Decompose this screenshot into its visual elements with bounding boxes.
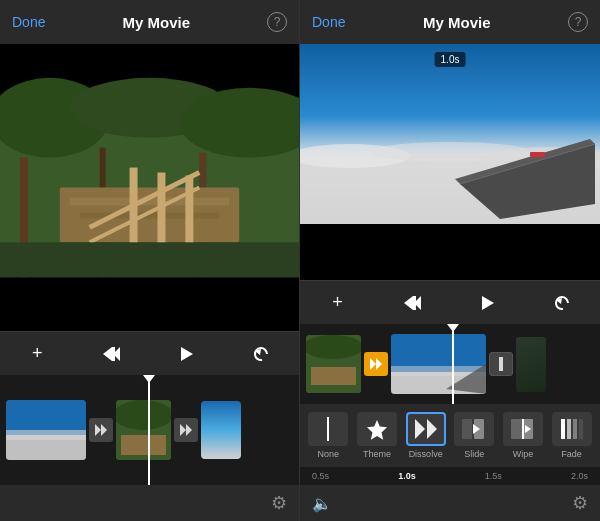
left-rewind-button[interactable]	[94, 336, 130, 372]
left-transition-2[interactable]	[174, 418, 198, 442]
left-help-button[interactable]: ?	[267, 12, 287, 32]
left-clip-river[interactable]	[116, 400, 171, 460]
svg-rect-66	[579, 419, 583, 439]
transition-wipe[interactable]: Wipe	[503, 412, 543, 459]
svg-marker-24	[95, 424, 101, 436]
svg-rect-64	[567, 419, 571, 439]
right-transition-2[interactable]	[489, 352, 513, 376]
svg-rect-52	[327, 417, 329, 441]
none-label: None	[318, 449, 340, 459]
slide-label: Slide	[464, 449, 484, 459]
svg-marker-47	[376, 358, 382, 370]
svg-marker-55	[427, 419, 437, 439]
left-clip-sky[interactable]	[6, 400, 86, 460]
left-toolbar: +	[0, 331, 299, 375]
svg-rect-23	[6, 430, 86, 440]
svg-point-44	[306, 335, 361, 359]
svg-rect-37	[530, 152, 545, 157]
dissolve-label: Dissolve	[409, 449, 443, 459]
svg-marker-54	[415, 419, 425, 439]
left-clip-sky2[interactable]	[201, 401, 241, 459]
left-timeline	[0, 375, 299, 485]
transition-fade[interactable]: Fade	[552, 412, 592, 459]
transition-options: None Theme Dissolve	[304, 412, 596, 459]
svg-marker-38	[404, 296, 413, 310]
left-bottom-bar: ⚙	[0, 485, 299, 521]
right-title: My Movie	[423, 14, 491, 31]
right-time-badge: 1.0s	[435, 52, 466, 67]
right-done-button[interactable]: Done	[312, 14, 345, 30]
svg-rect-28	[121, 435, 166, 455]
right-timeline	[300, 324, 600, 404]
svg-marker-16	[103, 347, 112, 361]
fade-label: Fade	[561, 449, 582, 459]
left-undo-button[interactable]	[244, 336, 280, 372]
left-add-button[interactable]: +	[19, 336, 55, 372]
right-toolbar: +	[300, 280, 600, 324]
svg-marker-41	[482, 296, 494, 310]
left-settings-button[interactable]: ⚙	[271, 492, 287, 514]
right-settings-button[interactable]: ⚙	[572, 492, 588, 514]
right-clip-river[interactable]	[306, 335, 361, 393]
fade-icon-box[interactable]	[552, 412, 592, 446]
time-1.5: 1.5s	[485, 471, 502, 481]
right-rewind-button[interactable]	[395, 285, 431, 321]
left-done-button[interactable]: Done	[12, 14, 45, 30]
svg-rect-65	[573, 419, 577, 439]
svg-rect-11	[157, 173, 165, 253]
timescale: 0.5s 1.0s 1.5s 2.0s	[300, 467, 600, 485]
right-clip-sky[interactable]	[391, 334, 486, 394]
time-0.5: 0.5s	[312, 471, 329, 481]
right-help-button[interactable]: ?	[568, 12, 588, 32]
right-bottom-bar: 🔈 ⚙	[300, 485, 600, 521]
left-preview	[0, 44, 299, 331]
wipe-icon-box[interactable]	[503, 412, 543, 446]
wipe-label: Wipe	[513, 449, 534, 459]
time-1.0: 1.0s	[398, 471, 416, 481]
left-play-button[interactable]	[169, 336, 205, 372]
time-2.0: 2.0s	[571, 471, 588, 481]
transition-theme[interactable]: Theme	[357, 412, 397, 459]
slide-icon-box[interactable]	[454, 412, 494, 446]
theme-label: Theme	[363, 449, 391, 459]
svg-rect-12	[185, 176, 193, 253]
right-volume-button[interactable]: 🔈	[312, 494, 332, 513]
svg-marker-19	[181, 347, 193, 361]
svg-rect-10	[130, 168, 138, 253]
right-play-button[interactable]	[470, 285, 506, 321]
svg-rect-59	[511, 419, 523, 439]
svg-rect-51	[499, 357, 503, 371]
transition-panel: None Theme Dissolve	[300, 404, 600, 467]
transition-slide[interactable]: Slide	[454, 412, 494, 459]
left-header: Done My Movie ?	[0, 0, 299, 44]
svg-rect-15	[0, 242, 299, 277]
svg-marker-29	[180, 424, 186, 436]
left-title: My Movie	[122, 14, 190, 31]
right-clip-small[interactable]	[516, 337, 546, 392]
svg-marker-30	[186, 424, 192, 436]
right-transition-active[interactable]	[364, 352, 388, 376]
theme-icon-box[interactable]	[357, 412, 397, 446]
right-undo-button[interactable]	[545, 285, 581, 321]
dissolve-icon-box[interactable]	[406, 412, 446, 446]
none-icon-box[interactable]	[308, 412, 348, 446]
svg-marker-46	[370, 358, 376, 370]
right-preview: 1.0s	[300, 44, 600, 280]
right-add-button[interactable]: +	[320, 285, 356, 321]
svg-rect-63	[561, 419, 565, 439]
right-panel: Done My Movie ?	[300, 0, 600, 521]
transition-none[interactable]: None	[308, 412, 348, 459]
svg-rect-45	[311, 367, 356, 385]
svg-marker-53	[367, 420, 387, 440]
left-transition-1[interactable]	[89, 418, 113, 442]
left-panel: Done My Movie ?	[0, 0, 300, 521]
svg-marker-25	[101, 424, 107, 436]
svg-rect-56	[462, 419, 472, 439]
right-header: Done My Movie ?	[300, 0, 600, 44]
svg-point-27	[116, 400, 171, 430]
transition-dissolve[interactable]: Dissolve	[406, 412, 446, 459]
